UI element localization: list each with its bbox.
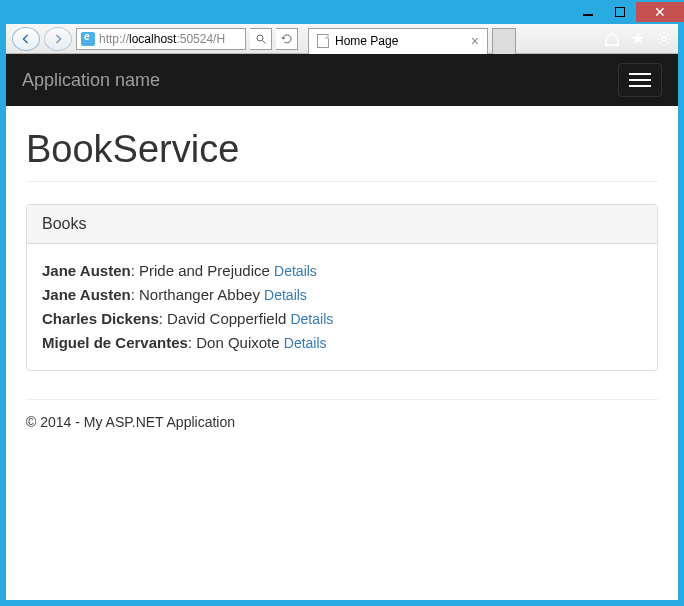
book-author: Jane Austen [42,262,131,279]
footer-text: © 2014 - My ASP.NET Application [26,414,235,430]
browser-toolbar: http://localhost:50524/H Home Page × [6,24,678,54]
search-button[interactable] [250,28,272,50]
page-viewport: Application name BookService Books Jane … [6,54,678,600]
book-row: Jane Austen: Pride and Prejudice Details [42,259,642,283]
home-icon[interactable] [604,31,620,47]
details-link[interactable]: Details [274,263,317,279]
back-button[interactable] [12,27,40,51]
book-author: Miguel de Cervantes [42,334,188,351]
books-panel: Books Jane Austen: Pride and Prejudice D… [26,204,658,371]
svg-point-2 [662,37,666,41]
books-list: Jane Austen: Pride and Prejudice Details… [27,244,657,370]
app-brand[interactable]: Application name [22,70,160,91]
book-row: Charles Dickens: David Copperfield Detai… [42,307,642,331]
book-row: Jane Austen: Northanger Abbey Details [42,283,642,307]
refresh-button[interactable] [276,28,298,50]
forward-button[interactable] [44,27,72,51]
url-text: http://localhost:50524/H [99,32,225,46]
book-author: Jane Austen [42,286,131,303]
svg-line-1 [262,40,265,43]
book-title: : Don Quixote [188,334,284,351]
window-titlebar: ✕ [0,0,684,24]
panel-heading: Books [27,205,657,244]
book-title: : Northanger Abbey [131,286,264,303]
arrow-left-icon [20,33,32,45]
star-icon[interactable] [630,31,646,47]
new-tab-button[interactable] [492,28,516,54]
browser-right-icons [604,31,672,47]
page-body: BookService Books Jane Austen: Pride and… [6,106,678,454]
window-minimize-button[interactable] [572,2,604,22]
footer: © 2014 - My ASP.NET Application [26,399,658,444]
browser-tab[interactable]: Home Page × [308,28,488,54]
details-link[interactable]: Details [290,311,333,327]
ie-icon [81,32,95,46]
refresh-icon [281,33,293,45]
tab-close-button[interactable]: × [471,34,479,48]
book-author: Charles Dickens [42,310,159,327]
search-icon [255,33,267,45]
page-title: BookService [26,128,658,182]
book-row: Miguel de Cervantes: Don Quixote Details [42,331,642,355]
hamburger-icon [629,73,651,75]
details-link[interactable]: Details [284,335,327,351]
arrow-right-icon [52,33,64,45]
book-title: : David Copperfield [159,310,291,327]
menu-toggle-button[interactable] [618,63,662,97]
details-link[interactable]: Details [264,287,307,303]
address-bar[interactable]: http://localhost:50524/H [76,28,246,50]
svg-point-0 [257,35,263,41]
page-icon [317,34,329,48]
app-navbar: Application name [6,54,678,106]
tab-title: Home Page [335,34,398,48]
gear-icon[interactable] [656,31,672,47]
book-title: : Pride and Prejudice [131,262,274,279]
window-close-button[interactable]: ✕ [636,2,684,22]
window-maximize-button[interactable] [604,2,636,22]
